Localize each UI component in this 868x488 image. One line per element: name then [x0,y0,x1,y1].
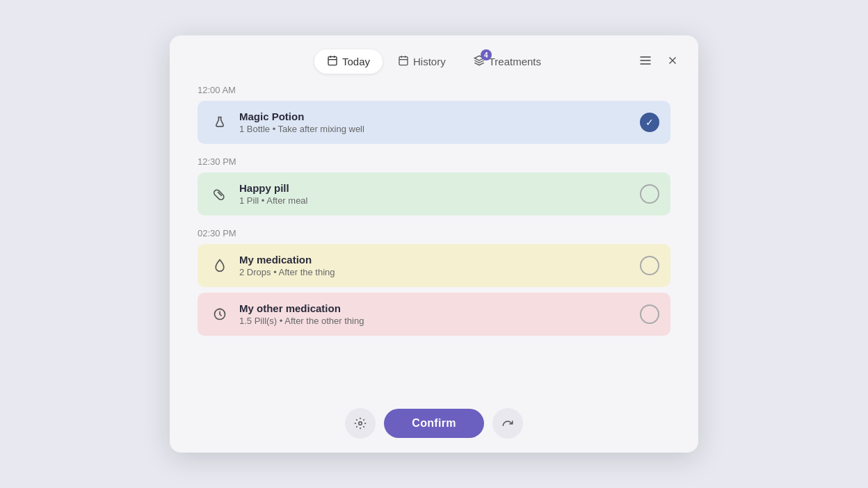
app-window: Today History 4 Treatments [170,35,698,453]
med-details-my-medication: 2 Drops • After the thing [239,267,632,277]
med-info-magic-potion: Magic Potion 1 Bottle • Take after mixin… [239,111,632,134]
treatments-badge: 4 [481,49,492,60]
med-info-happy-pill: Happy pill 1 Pill • After meal [239,182,632,206]
tab-today[interactable]: Today [314,49,383,74]
tab-history-label: History [413,56,446,67]
svg-rect-4 [399,57,408,65]
med-name-my-other-medication: My other medication [239,302,632,314]
settings-button[interactable] [345,408,376,439]
med-name-magic-potion: Magic Potion [239,111,632,122]
med-name-happy-pill: Happy pill [239,182,632,194]
redo-button[interactable] [492,408,523,439]
time-section-0: 12:00 AM Magic Potion 1 Bottle • Take af… [198,85,670,144]
confirm-button[interactable]: Confirm [384,409,483,438]
menu-button[interactable] [636,51,655,70]
svg-point-15 [359,422,362,425]
header-actions [636,51,682,70]
svg-rect-0 [328,57,337,65]
med-details-happy-pill: 1 Pill • After meal [239,195,632,206]
history-icon [398,55,409,68]
med-details-my-other-medication: 1.5 Pill(s) • After the other thing [239,316,632,326]
med-info-my-other-medication: My other medication 1.5 Pill(s) • After … [239,302,632,326]
time-section-1: 12:30 PM Happy pill 1 Pill • After meal [198,156,670,215]
med-card-magic-potion: Magic Potion 1 Bottle • Take after mixin… [198,101,670,144]
flask-icon [209,111,231,133]
med-card-happy-pill: Happy pill 1 Pill • After meal [198,172,670,215]
check-happy-pill[interactable] [640,184,659,204]
content-area: 12:00 AM Magic Potion 1 Bottle • Take af… [170,85,698,336]
time-label-2: 02:30 PM [198,228,670,238]
timer-icon [209,303,231,325]
time-label-1: 12:30 PM [198,156,670,167]
footer: Confirm [170,394,698,453]
check-my-other-medication[interactable] [640,304,659,324]
calendar-today-icon [327,55,338,68]
tab-bar: Today History 4 Treatments [314,49,554,74]
med-info-my-medication: My medication 2 Drops • After the thing [239,254,632,277]
header: Today History 4 Treatments [170,35,698,85]
check-my-medication[interactable] [640,256,659,275]
tab-treatments[interactable]: 4 Treatments [461,49,554,74]
tab-history[interactable]: History [385,49,458,74]
med-card-my-medication: My medication 2 Drops • After the thing [198,244,670,287]
close-button[interactable] [664,51,682,70]
pill-icon [209,183,231,205]
med-name-my-medication: My medication [239,254,632,266]
med-details-magic-potion: 1 Bottle • Take after mixing well [239,124,632,134]
check-magic-potion[interactable]: ✓ [640,113,659,132]
tab-today-label: Today [342,56,370,67]
drop-icon [209,254,231,277]
tab-treatments-label: Treatments [489,56,541,67]
time-section-2: 02:30 PM My medication 2 Drops • After t… [198,228,670,336]
time-label-0: 12:00 AM [198,85,670,95]
med-card-my-other-medication: My other medication 1.5 Pill(s) • After … [198,293,670,336]
